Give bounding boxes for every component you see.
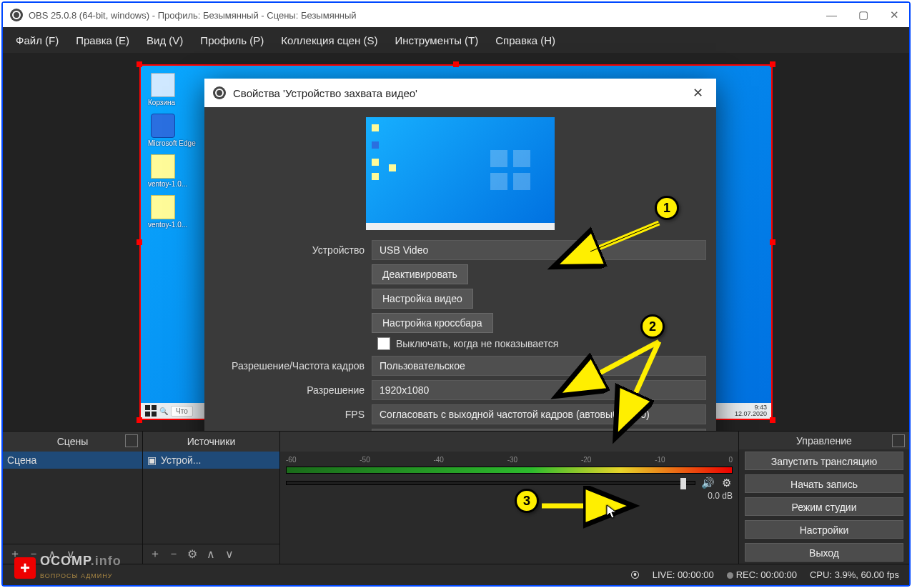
disable-when-hidden-checkbox[interactable] xyxy=(377,337,390,350)
label-resolution: Разрешение xyxy=(214,384,365,396)
obs-logo-icon xyxy=(10,9,23,21)
label-res-freq: Разрешение/Частота кадров xyxy=(214,360,365,372)
status-bar: ⦿ LIVE: 00:00:00 REC: 00:00:00 CPU: 3.9%… xyxy=(3,564,909,585)
device-preview xyxy=(366,117,555,230)
db-readout: 0.0 dB xyxy=(286,491,733,501)
broadcast-icon: ⦿ xyxy=(630,569,640,580)
speaker-icon[interactable]: 🔊 xyxy=(701,477,714,489)
video-config-button[interactable]: Настройка видео xyxy=(372,289,473,309)
source-item[interactable]: ▣ Устрой... xyxy=(143,452,279,469)
annotation-3: 3 xyxy=(515,489,539,513)
add-icon[interactable]: ＋ xyxy=(149,548,162,561)
dialog-title-text: Свойства 'Устройство захвата видео' xyxy=(233,87,417,99)
exit-button[interactable]: Выход xyxy=(745,543,903,562)
status-rec: REC: 00:00:00 xyxy=(736,569,797,580)
sources-dock: Источники ▣ Устрой... ＋ － ⚙ ∧ ∨ xyxy=(143,431,280,564)
maximize-button[interactable]: ▢ xyxy=(856,9,871,21)
down-icon[interactable]: ∨ xyxy=(223,548,236,561)
window-title: OBS 25.0.8 (64-bit, windows) - Профиль: … xyxy=(29,10,357,21)
status-cpu: CPU: 3.9%, 60.00 fps xyxy=(810,569,899,580)
gear-icon[interactable]: ⚙ xyxy=(720,477,733,489)
minimize-button[interactable]: — xyxy=(823,9,840,21)
menu-edit[interactable]: Правка (E) xyxy=(69,31,137,49)
menubar: Файл (F) Правка (E) Вид (V) Профиль (P) … xyxy=(3,27,909,53)
camera-icon: ▣ xyxy=(147,454,157,466)
window-titlebar: OBS 25.0.8 (64-bit, windows) - Профиль: … xyxy=(3,3,909,27)
label-fps: FPS xyxy=(214,409,365,420)
controls-dock: Управление Запустить трансляцию Начать з… xyxy=(739,431,909,564)
menu-help[interactable]: Справка (H) xyxy=(488,31,562,49)
popout-icon[interactable] xyxy=(892,434,905,447)
up-icon[interactable]: ∧ xyxy=(204,548,217,561)
studio-mode-button[interactable]: Режим студии xyxy=(745,497,903,516)
annotation-1: 1 xyxy=(655,196,679,220)
obs-logo-icon xyxy=(213,86,226,99)
start-streaming-button[interactable]: Запустить трансляцию xyxy=(745,452,903,470)
menu-scene-collection[interactable]: Коллекция сцен (S) xyxy=(274,31,385,49)
settings-button[interactable]: Настройки xyxy=(745,520,903,539)
status-live: LIVE: 00:00:00 xyxy=(653,569,714,580)
popout-icon[interactable] xyxy=(125,434,138,447)
volume-slider[interactable] xyxy=(286,481,695,485)
audio-mixer-dock: -60-50-40-30-20-100 🔊 ⚙ 0.0 dB xyxy=(280,431,739,564)
gear-icon[interactable]: ⚙ xyxy=(186,548,199,561)
menu-view[interactable]: Вид (V) xyxy=(139,31,190,49)
close-button[interactable]: ✕ xyxy=(887,9,902,21)
menu-file[interactable]: Файл (F) xyxy=(9,31,66,49)
svg-line-5 xyxy=(590,223,659,251)
scene-item[interactable]: Сцена xyxy=(3,452,142,469)
checkbox-label: Выключать, когда не показывается xyxy=(396,338,558,349)
dialog-close-icon[interactable]: ✕ xyxy=(688,85,708,101)
deactivate-button[interactable]: Деактивировать xyxy=(372,264,468,284)
label-device: Устройство xyxy=(214,244,365,256)
annotation-2: 2 xyxy=(640,314,665,339)
watermark-logo: + OCOMP.info ВОПРОСЫ АДМИНУ xyxy=(14,554,122,581)
menu-profile[interactable]: Профиль (P) xyxy=(193,31,271,49)
menu-tools[interactable]: Инструменты (T) xyxy=(387,31,485,49)
start-recording-button[interactable]: Начать запись xyxy=(745,474,903,493)
crossbar-config-button[interactable]: Настройка кроссбара xyxy=(372,313,493,333)
scenes-dock: Сцены Сцена ＋ － ∧ ∨ xyxy=(3,431,143,564)
plus-icon: + xyxy=(14,557,36,579)
mouse-cursor-icon xyxy=(606,504,618,520)
audio-meter xyxy=(286,467,733,474)
remove-icon[interactable]: － xyxy=(167,548,180,561)
